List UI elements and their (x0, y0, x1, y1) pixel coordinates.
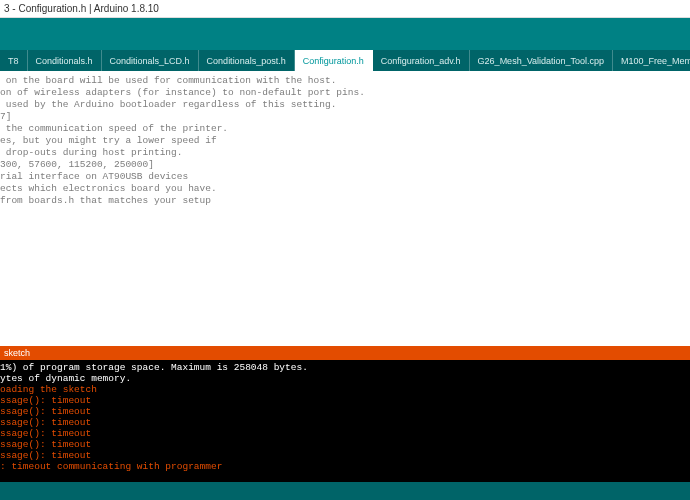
tab-label: G26_Mesh_Validation_Tool.cpp (478, 56, 604, 66)
tab-t8[interactable]: T8 (0, 50, 28, 71)
console-line: ssage(): timeout (0, 439, 690, 450)
footer-bar (0, 482, 690, 500)
console-line: ssage(): timeout (0, 428, 690, 439)
code-line: on of wireless adapters (for instance) t… (0, 87, 690, 99)
tab-label: Conditionals_post.h (207, 56, 286, 66)
tab-label: Conditionals.h (36, 56, 93, 66)
tab-m100-free-mem-chk-cpp[interactable]: M100_Free_Mem_Chk.cpp (613, 50, 690, 71)
console-line: ssage(): timeout (0, 450, 690, 461)
tab-configuration-adv-h[interactable]: Configuration_adv.h (373, 50, 470, 71)
tab-label: Configuration_adv.h (381, 56, 461, 66)
code-line: on the board will be used for communicat… (0, 75, 690, 87)
tab-label: Conditionals_LCD.h (110, 56, 190, 66)
tab-label: Configuration.h (303, 56, 364, 66)
console-line: oading the sketch (0, 384, 690, 395)
tab-bar: T8Conditionals.hConditionals_LCD.hCondit… (0, 50, 690, 71)
tab-conditionals-h[interactable]: Conditionals.h (28, 50, 102, 71)
code-line: drop-outs during host printing. (0, 147, 690, 159)
code-line: es, but you might try a lower speed if (0, 135, 690, 147)
code-line: 7] (0, 111, 690, 123)
code-line: ects which electronics board you have. (0, 183, 690, 195)
status-bar: sketch (0, 346, 690, 360)
code-line: rial interface on AT90USB devices (0, 171, 690, 183)
code-line: 300, 57600, 115200, 250000] (0, 159, 690, 171)
code-line: from boards.h that matches your setup (0, 195, 690, 207)
console-line: 1%) of program storage space. Maximum is… (0, 362, 690, 373)
code-editor[interactable]: on the board will be used for communicat… (0, 71, 690, 346)
console-line: ssage(): timeout (0, 406, 690, 417)
console-output[interactable]: 1%) of program storage space. Maximum is… (0, 360, 690, 482)
tab-conditionals-post-h[interactable]: Conditionals_post.h (199, 50, 295, 71)
console-line: ssage(): timeout (0, 417, 690, 428)
tab-label: T8 (8, 56, 19, 66)
window-titlebar: 3 - Configuration.h | Arduino 1.8.10 (0, 0, 690, 18)
tab-label: M100_Free_Mem_Chk.cpp (621, 56, 690, 66)
console-line: ssage(): timeout (0, 395, 690, 406)
tab-g26-mesh-validation-tool-cpp[interactable]: G26_Mesh_Validation_Tool.cpp (470, 50, 613, 71)
status-text: sketch (4, 348, 30, 358)
window-title: 3 - Configuration.h | Arduino 1.8.10 (4, 3, 159, 14)
tab-conditionals-lcd-h[interactable]: Conditionals_LCD.h (102, 50, 199, 71)
tab-configuration-h[interactable]: Configuration.h (295, 50, 373, 71)
console-line: ytes of dynamic memory. (0, 373, 690, 384)
console-line: : timeout communicating with programmer (0, 461, 690, 472)
toolbar (0, 18, 690, 50)
code-line: used by the Arduino bootloader regardles… (0, 99, 690, 111)
code-line: the communication speed of the printer. (0, 123, 690, 135)
